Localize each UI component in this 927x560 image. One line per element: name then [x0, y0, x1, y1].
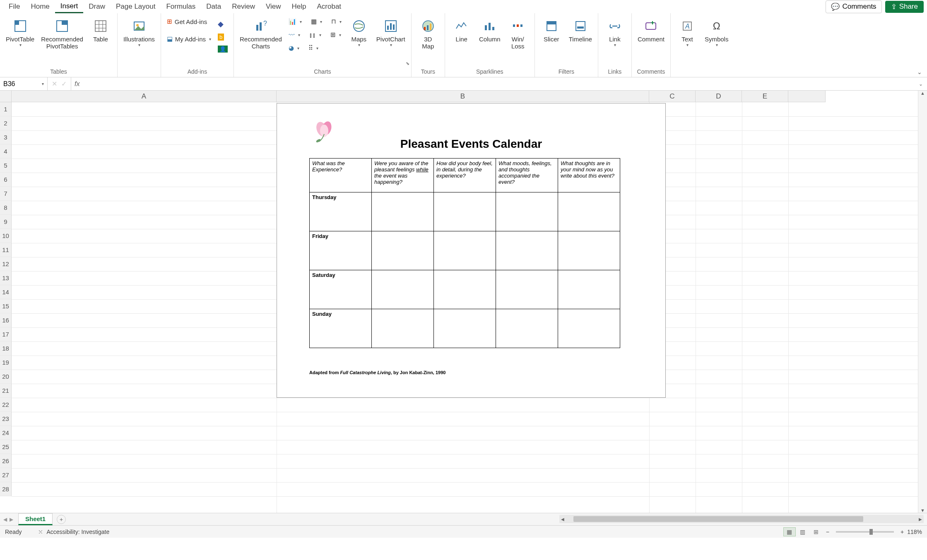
formula-enter-button[interactable]: ✓	[61, 80, 67, 88]
row-header-28[interactable]: 28	[0, 482, 12, 496]
view-normal-button[interactable]: ▦	[783, 527, 796, 536]
menu-view[interactable]: View	[260, 0, 287, 13]
share-button[interactable]: ⇪ Share	[885, 1, 924, 13]
illustrations-button[interactable]: Illustrations ▾	[122, 17, 157, 49]
link-button[interactable]: Link ▾	[602, 17, 627, 49]
line-chart-button[interactable]: 〰▾	[287, 30, 302, 40]
row-header-2[interactable]: 2	[0, 116, 12, 130]
menu-file[interactable]: File	[3, 0, 25, 13]
view-page-break-button[interactable]: ⊞	[810, 527, 822, 536]
menu-formulas[interactable]: Formulas	[161, 0, 201, 13]
zoom-out-button[interactable]: −	[826, 529, 829, 535]
table-button[interactable]: Table	[88, 17, 113, 44]
menu-insert[interactable]: Insert	[55, 0, 84, 13]
name-box-dropdown[interactable]: ▾	[42, 82, 44, 86]
pivotchart-button[interactable]: PivotChart ▾	[375, 17, 407, 49]
row-header-9[interactable]: 9	[0, 215, 12, 229]
zoom-in-button[interactable]: +	[901, 529, 904, 535]
visio-addin-button[interactable]: ◆	[216, 18, 229, 30]
fx-icon[interactable]: fx	[71, 80, 83, 88]
row-header-8[interactable]: 8	[0, 201, 12, 215]
3d-map-button[interactable]: 3D Map	[416, 17, 441, 52]
row-header-13[interactable]: 13	[0, 271, 12, 285]
name-box[interactable]: ▾	[0, 77, 48, 90]
row-header-22[interactable]: 22	[0, 398, 12, 412]
recommended-pivottables-button[interactable]: Recommended PivotTables	[39, 17, 85, 52]
row-header-12[interactable]: 12	[0, 257, 12, 271]
menu-data[interactable]: Data	[201, 0, 226, 13]
col-header-f[interactable]	[788, 91, 826, 102]
col-header-c[interactable]: C	[649, 91, 696, 102]
sparkline-line-button[interactable]: Line	[449, 17, 474, 44]
bing-addin-button[interactable]: b	[216, 32, 229, 42]
collapse-ribbon-button[interactable]: ⌄	[917, 69, 922, 75]
sheet-nav-next[interactable]: ▶	[10, 517, 13, 522]
name-box-input[interactable]	[3, 80, 36, 88]
statistic-chart-button[interactable]: ⫿⫿▾	[308, 30, 323, 40]
col-header-a[interactable]: A	[12, 91, 277, 102]
charts-dialog-launcher[interactable]: ⬊	[406, 61, 409, 66]
menu-help[interactable]: Help	[287, 0, 312, 13]
scroll-right-button[interactable]: ▶	[917, 517, 924, 522]
scroll-down-button[interactable]: ▼	[918, 508, 927, 513]
vertical-scrollbar[interactable]: ▲ ▼	[918, 91, 927, 513]
symbols-button[interactable]: Ω Symbols ▾	[703, 17, 730, 49]
scroll-up-button[interactable]: ▲	[918, 91, 927, 96]
hierarchy-chart-button[interactable]: ▦▾	[309, 17, 324, 26]
row-header-15[interactable]: 15	[0, 299, 12, 313]
row-header-25[interactable]: 25	[0, 440, 12, 454]
formula-input[interactable]	[83, 80, 915, 88]
pivottable-button[interactable]: PivotTable ▾	[4, 17, 36, 49]
col-header-b[interactable]: B	[277, 91, 649, 102]
menu-page-layout[interactable]: Page Layout	[111, 0, 161, 13]
menu-draw[interactable]: Draw	[83, 0, 111, 13]
combo-chart-button[interactable]: ⊞▾	[329, 30, 343, 40]
row-header-21[interactable]: 21	[0, 384, 12, 398]
formula-bar-expand[interactable]: ⌄	[915, 81, 927, 87]
comment-button[interactable]: Comment	[636, 17, 666, 44]
row-header-16[interactable]: 16	[0, 313, 12, 327]
select-all-corner[interactable]	[0, 91, 12, 102]
row-header-14[interactable]: 14	[0, 285, 12, 299]
pie-chart-button[interactable]: ◕▾	[287, 43, 301, 53]
menu-review[interactable]: Review	[226, 0, 260, 13]
row-header-7[interactable]: 7	[0, 187, 12, 201]
worksheet-grid[interactable]: A B C D E 123456789101112131415161718192…	[0, 91, 927, 513]
row-header-26[interactable]: 26	[0, 454, 12, 468]
zoom-slider[interactable]	[836, 531, 894, 533]
sparkline-winloss-button[interactable]: Win/ Loss	[506, 17, 530, 52]
my-addins-button[interactable]: ⬓ My Add-ins ▾	[165, 34, 213, 44]
sparkline-column-button[interactable]: Column	[477, 17, 502, 44]
scroll-left-button[interactable]: ◀	[559, 517, 566, 522]
row-header-24[interactable]: 24	[0, 426, 12, 440]
comments-button[interactable]: 💬 Comments	[826, 0, 881, 13]
row-header-19[interactable]: 19	[0, 356, 12, 370]
waterfall-chart-button[interactable]: ⊓▾	[330, 17, 343, 26]
formula-cancel-button[interactable]: ✕	[52, 80, 57, 88]
scatter-chart-button[interactable]: ⠿▾	[307, 43, 320, 53]
people-addin-button[interactable]: 👤	[216, 44, 229, 54]
horizontal-scrollbar[interactable]: ◀ ▶	[559, 515, 924, 523]
col-header-d[interactable]: D	[696, 91, 742, 102]
row-header-27[interactable]: 27	[0, 468, 12, 482]
slicer-button[interactable]: Slicer	[539, 17, 564, 44]
menu-acrobat[interactable]: Acrobat	[311, 0, 347, 13]
row-header-23[interactable]: 23	[0, 412, 12, 426]
menu-home[interactable]: Home	[25, 0, 55, 13]
accessibility-status[interactable]: ⛌ Accessibility: Investigate	[38, 529, 109, 535]
get-addins-button[interactable]: ⊞ Get Add-ins	[165, 17, 213, 26]
row-header-10[interactable]: 10	[0, 229, 12, 243]
recommended-charts-button[interactable]: ? Recommended Charts	[238, 17, 284, 52]
column-chart-button[interactable]: 📊▾	[287, 17, 303, 26]
row-header-5[interactable]: 5	[0, 159, 12, 173]
maps-button[interactable]: Maps ▾	[347, 17, 371, 49]
row-header-17[interactable]: 17	[0, 327, 12, 341]
sheet-nav-prev[interactable]: ◀	[3, 517, 7, 522]
cells-area[interactable]: Pleasant Events Calendar What was the Ex…	[12, 102, 918, 513]
row-header-11[interactable]: 11	[0, 243, 12, 257]
row-header-3[interactable]: 3	[0, 130, 12, 144]
text-button[interactable]: A Text ▾	[675, 17, 700, 49]
sheet-tab-sheet1[interactable]: Sheet1	[18, 513, 53, 525]
hscroll-thumb[interactable]	[573, 516, 863, 522]
zoom-level[interactable]: 118%	[907, 529, 922, 535]
